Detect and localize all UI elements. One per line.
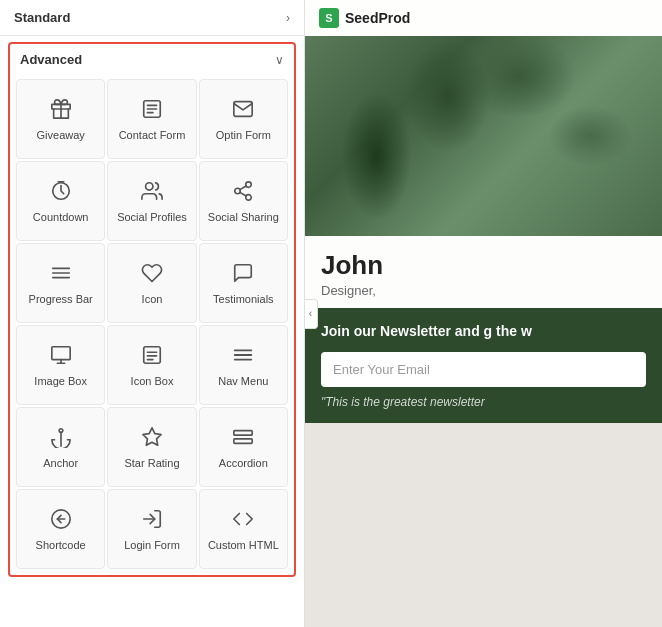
giveaway-label: Giveaway xyxy=(37,129,85,142)
optin-form-icon xyxy=(232,98,254,124)
contact-form-label: Contact Form xyxy=(119,129,186,142)
countdown-label: Countdown xyxy=(33,211,89,224)
grid-item-contact-form[interactable]: Contact Form xyxy=(107,79,196,159)
optin-form-label: Optin Form xyxy=(216,129,271,142)
grid-item-icon[interactable]: Icon xyxy=(107,243,196,323)
nav-menu-icon xyxy=(232,344,254,370)
grid-item-social-profiles[interactable]: Social Profiles xyxy=(107,161,196,241)
grid-item-shortcode[interactable]: Shortcode xyxy=(16,489,105,569)
advanced-chevron: ∨ xyxy=(275,53,284,67)
grid-item-nav-menu[interactable]: Nav Menu xyxy=(199,325,288,405)
grid-item-anchor[interactable]: Anchor xyxy=(16,407,105,487)
shortcode-label: Shortcode xyxy=(36,539,86,552)
newsletter-section: Join our Newsletter and g the w Enter Yo… xyxy=(305,308,662,423)
accordion-label: Accordion xyxy=(219,457,268,470)
advanced-label: Advanced xyxy=(20,52,82,67)
advanced-section: Advanced ∨ GiveawayContact FormOptin For… xyxy=(8,42,296,577)
countdown-icon xyxy=(50,180,72,206)
advanced-grid: GiveawayContact FormOptin FormCountdownS… xyxy=(10,75,294,575)
grid-item-login-form[interactable]: Login Form xyxy=(107,489,196,569)
grid-item-star-rating[interactable]: Star Rating xyxy=(107,407,196,487)
login-form-icon xyxy=(141,508,163,534)
testimonials-icon xyxy=(232,262,254,288)
seedprod-brand-name: SeedProd xyxy=(345,10,410,26)
svg-rect-29 xyxy=(234,439,252,444)
anchor-icon xyxy=(50,426,72,452)
grid-item-progress-bar[interactable]: Progress Bar xyxy=(16,243,105,323)
anchor-label: Anchor xyxy=(43,457,78,470)
svg-marker-27 xyxy=(143,428,161,445)
grid-item-icon-box[interactable]: Icon Box xyxy=(107,325,196,405)
nav-menu-label: Nav Menu xyxy=(218,375,268,388)
login-form-label: Login Form xyxy=(124,539,180,552)
svg-line-11 xyxy=(240,186,246,190)
shortcode-icon xyxy=(50,508,72,534)
collapse-tab[interactable]: ‹ xyxy=(305,299,318,329)
profile-name: John xyxy=(321,250,646,281)
grid-item-countdown[interactable]: Countdown xyxy=(16,161,105,241)
social-profiles-label: Social Profiles xyxy=(117,211,187,224)
svg-rect-28 xyxy=(234,430,252,435)
grid-item-image-box[interactable]: Image Box xyxy=(16,325,105,405)
social-sharing-icon xyxy=(232,180,254,206)
standard-label: Standard xyxy=(14,10,70,25)
svg-point-6 xyxy=(146,183,153,190)
right-panel: ‹ S SeedProd John Designer, Join our New… xyxy=(305,0,662,627)
grid-item-social-sharing[interactable]: Social Sharing xyxy=(199,161,288,241)
icon-label: Icon xyxy=(142,293,163,306)
grid-item-accordion[interactable]: Accordion xyxy=(199,407,288,487)
newsletter-text: Join our Newsletter and g the w xyxy=(321,322,646,342)
accordion-icon xyxy=(232,426,254,452)
contact-form-icon xyxy=(141,98,163,124)
svg-line-10 xyxy=(240,192,246,196)
plant-decoration xyxy=(305,36,662,236)
logo-letter: S xyxy=(325,12,332,24)
star-rating-label: Star Rating xyxy=(124,457,179,470)
grid-item-giveaway[interactable]: Giveaway xyxy=(16,79,105,159)
seedprod-logo: S xyxy=(319,8,339,28)
progress-bar-label: Progress Bar xyxy=(29,293,93,306)
collapse-icon: ‹ xyxy=(309,308,312,319)
profile-title: Designer, xyxy=(321,283,646,298)
progress-bar-icon xyxy=(50,262,72,288)
grid-item-optin-form[interactable]: Optin Form xyxy=(199,79,288,159)
left-panel: Standard › Advanced ∨ GiveawayContact Fo… xyxy=(0,0,305,627)
star-rating-icon xyxy=(141,426,163,452)
social-sharing-label: Social Sharing xyxy=(208,211,279,224)
grid-item-custom-html[interactable]: Custom HTML xyxy=(199,489,288,569)
social-profiles-icon xyxy=(141,180,163,206)
plant-image-area xyxy=(305,36,662,236)
seedprod-header: S SeedProd xyxy=(305,0,662,36)
email-input-placeholder[interactable]: Enter Your Email xyxy=(321,352,646,387)
standard-chevron: › xyxy=(286,11,290,25)
image-box-label: Image Box xyxy=(34,375,87,388)
svg-rect-15 xyxy=(51,347,69,360)
svg-rect-18 xyxy=(144,347,161,364)
grid-item-testimonials[interactable]: Testimonials xyxy=(199,243,288,323)
profile-section: John Designer, xyxy=(305,236,662,308)
custom-html-label: Custom HTML xyxy=(208,539,279,552)
standard-section-header[interactable]: Standard › xyxy=(0,0,304,36)
testimonial-text: "This is the greatest newsletter xyxy=(321,395,646,409)
icon-icon xyxy=(141,262,163,288)
testimonials-label: Testimonials xyxy=(213,293,274,306)
image-box-icon xyxy=(50,344,72,370)
icon-box-label: Icon Box xyxy=(131,375,174,388)
custom-html-icon xyxy=(232,508,254,534)
giveaway-icon xyxy=(50,98,72,124)
icon-box-icon xyxy=(141,344,163,370)
advanced-section-header[interactable]: Advanced ∨ xyxy=(10,44,294,75)
